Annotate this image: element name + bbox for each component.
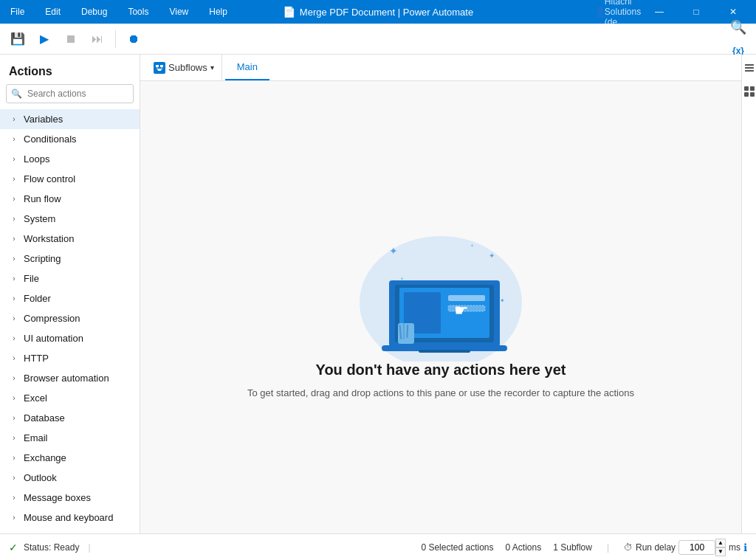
search-icon: 🔍 bbox=[11, 89, 22, 99]
status-bar: ✓ Status: Ready | 0 Selected actions 0 A… bbox=[0, 533, 756, 560]
svg-text:✦: ✦ bbox=[470, 243, 474, 248]
empty-illustration: ✦ ✦ ✦ ✦ ✦ ☛ bbox=[345, 214, 537, 362]
action-item-loops[interactable]: › Loops bbox=[0, 149, 140, 169]
action-item-exchange[interactable]: › Exchange bbox=[0, 448, 140, 468]
chevron-icon: › bbox=[9, 154, 19, 165]
action-label: Mouse and keyboard bbox=[24, 512, 113, 523]
svg-rect-30 bbox=[750, 86, 755, 91]
svg-rect-29 bbox=[744, 86, 749, 91]
toolbar-separator bbox=[115, 30, 116, 48]
menu-help[interactable]: Help bbox=[205, 4, 232, 20]
svg-rect-1 bbox=[160, 65, 163, 67]
action-item-http[interactable]: › HTTP bbox=[0, 348, 140, 368]
action-item-run-flow[interactable]: › Run flow bbox=[0, 189, 140, 209]
tab-main[interactable]: Main bbox=[225, 55, 269, 80]
svg-text:✦: ✦ bbox=[389, 245, 398, 257]
subflows-label: Subflows bbox=[168, 62, 207, 73]
action-label: Run flow bbox=[24, 193, 61, 204]
account-label: 👤 Hitachi Solutions (de... bbox=[599, 0, 633, 24]
stop-button[interactable]: ⏹ bbox=[59, 27, 83, 51]
chevron-icon: › bbox=[9, 413, 19, 424]
action-item-clipboard[interactable]: › Clipboard bbox=[0, 528, 140, 533]
sidebar: Actions 🔍 › Variables › Conditionals › L… bbox=[0, 55, 140, 533]
menu-edit[interactable]: Edit bbox=[41, 4, 65, 20]
action-item-ui-automation[interactable]: › UI automation bbox=[0, 328, 140, 348]
action-label: Scripting bbox=[24, 253, 61, 264]
menu-file[interactable]: File bbox=[6, 4, 29, 20]
action-label: Conditionals bbox=[24, 134, 77, 145]
run-delay-down[interactable]: ▼ bbox=[715, 547, 726, 556]
action-item-system[interactable]: › System bbox=[0, 209, 140, 229]
chevron-icon: › bbox=[9, 134, 19, 145]
action-label: Excel bbox=[24, 393, 47, 404]
status-text: Status: Ready bbox=[24, 542, 79, 553]
chevron-icon: › bbox=[9, 333, 19, 344]
action-item-email[interactable]: › Email bbox=[0, 428, 140, 448]
action-label: Folder bbox=[24, 293, 51, 304]
action-item-excel[interactable]: › Excel bbox=[0, 388, 140, 408]
action-label: File bbox=[24, 273, 39, 284]
svg-text:✦: ✦ bbox=[489, 252, 495, 260]
run-button[interactable]: ▶ bbox=[32, 27, 56, 51]
search-input[interactable] bbox=[6, 84, 134, 103]
empty-subtitle: To get started, drag and drop actions to… bbox=[247, 386, 634, 401]
menu-view[interactable]: View bbox=[165, 4, 193, 20]
chevron-icon: › bbox=[9, 194, 19, 204]
ms-label: ms bbox=[729, 542, 740, 553]
action-item-mouse-keyboard[interactable]: › Mouse and keyboard bbox=[0, 508, 140, 528]
action-item-workstation[interactable]: › Workstation bbox=[0, 229, 140, 249]
chevron-icon: › bbox=[9, 314, 19, 324]
tabs-bar: Subflows ▾ Main bbox=[140, 55, 741, 81]
empty-title: You don't have any actions here yet bbox=[316, 362, 566, 378]
right-panel bbox=[741, 55, 756, 533]
minimize-button[interactable]: — bbox=[642, 0, 676, 24]
svg-text:✦: ✦ bbox=[500, 297, 505, 304]
info-icon[interactable]: ℹ bbox=[743, 542, 747, 553]
run-delay-input[interactable] bbox=[678, 540, 715, 555]
svg-rect-26 bbox=[745, 64, 754, 66]
action-label: Loops bbox=[24, 153, 49, 165]
action-item-database[interactable]: › Database bbox=[0, 408, 140, 428]
subflow-count-label: 1 Subflow bbox=[553, 542, 592, 553]
assets-button[interactable] bbox=[742, 84, 757, 99]
action-item-scripting[interactable]: › Scripting bbox=[0, 249, 140, 269]
maximize-button[interactable]: □ bbox=[679, 0, 713, 24]
action-label: Email bbox=[24, 432, 48, 443]
action-label: Variables bbox=[24, 114, 63, 125]
action-item-flow-control[interactable]: › Flow control bbox=[0, 169, 140, 189]
chevron-icon: › bbox=[9, 174, 19, 184]
action-label: Exchange bbox=[24, 452, 66, 463]
action-item-variables[interactable]: › Variables bbox=[0, 109, 140, 129]
chevron-icon: › bbox=[9, 393, 19, 404]
action-item-browser-automation[interactable]: › Browser automation bbox=[0, 368, 140, 388]
subflows-chevron-icon: ▾ bbox=[210, 63, 214, 72]
record-button[interactable]: ⏺ bbox=[122, 27, 145, 51]
action-item-message-boxes[interactable]: › Message boxes bbox=[0, 488, 140, 508]
action-item-folder[interactable]: › Folder bbox=[0, 288, 140, 308]
chevron-icon: › bbox=[9, 254, 19, 264]
save-button[interactable]: 💾 bbox=[6, 27, 30, 51]
action-item-file[interactable]: › File bbox=[0, 269, 140, 288]
layers-button[interactable] bbox=[742, 61, 757, 75]
svg-rect-0 bbox=[156, 65, 159, 67]
chevron-icon: › bbox=[9, 294, 19, 304]
menu-debug[interactable]: Debug bbox=[77, 4, 111, 20]
subflows-icon bbox=[154, 62, 165, 74]
chevron-icon: › bbox=[9, 513, 19, 523]
action-item-compression[interactable]: › Compression bbox=[0, 308, 140, 328]
menu-tools[interactable]: Tools bbox=[123, 4, 153, 20]
svg-rect-17 bbox=[448, 295, 485, 301]
run-delay-input-group: ▲ ▼ bbox=[678, 539, 726, 556]
run-delay-up[interactable]: ▲ bbox=[715, 539, 726, 547]
status-separator-1: | bbox=[88, 542, 90, 553]
skip-button[interactable]: ⏭ bbox=[86, 27, 109, 51]
action-item-outlook[interactable]: › Outlook bbox=[0, 468, 140, 488]
action-item-conditionals[interactable]: › Conditionals bbox=[0, 129, 140, 149]
action-label: Compression bbox=[24, 313, 80, 324]
status-separator-2: | bbox=[607, 542, 609, 553]
subflows-button[interactable]: Subflows ▾ bbox=[146, 55, 222, 80]
search-button[interactable]: 🔍 bbox=[726, 15, 750, 39]
svg-rect-32 bbox=[750, 92, 755, 97]
chevron-icon: › bbox=[9, 274, 19, 284]
action-label: Browser automation bbox=[24, 373, 109, 384]
